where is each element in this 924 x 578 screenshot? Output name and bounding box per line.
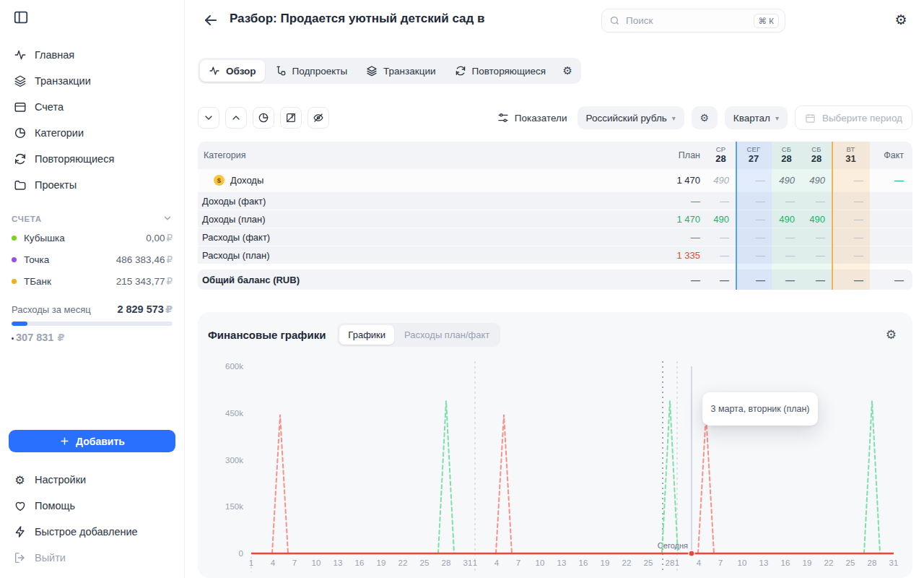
wallet-icon xyxy=(13,100,27,114)
day-cell: — xyxy=(772,232,801,243)
sidebar-item-projects[interactable]: Проекты xyxy=(6,172,178,198)
period-select[interactable]: Квартал▾ xyxy=(725,106,788,129)
hide-board-toggle-button[interactable] xyxy=(280,107,302,129)
series-spike-Доходы (план) xyxy=(864,400,880,553)
sidebar-toggle-icon[interactable] xyxy=(13,9,29,25)
sidebar-item-label: Помощь xyxy=(35,500,75,512)
x-tick-label: 10 xyxy=(738,558,747,567)
tab-transactions[interactable]: Транзакции xyxy=(357,60,444,82)
pie-chart-toggle-button[interactable] xyxy=(253,107,274,129)
tab-overview[interactable]: Обзор xyxy=(200,60,265,82)
branch-icon xyxy=(275,65,287,77)
metrics-button[interactable]: Показатели xyxy=(497,112,567,124)
search-box[interactable]: ⌘ К xyxy=(601,9,785,33)
sidebar-nav: ГлавнаяТранзакцииСчетаКатегорииПовторяющ… xyxy=(6,42,178,198)
column-header-day: СБ28 xyxy=(801,146,832,165)
row-category-cell: Расходы (план) xyxy=(198,250,662,261)
x-tick-label: 10 xyxy=(312,558,321,567)
sidebar-item-label: Категории xyxy=(35,127,84,139)
account-item[interactable]: Точка486 383,46₽ xyxy=(12,249,173,270)
expand-rows-button[interactable] xyxy=(225,107,247,129)
sidebar-item-settings[interactable]: ⚙Настройки xyxy=(6,467,178,493)
sidebar-item-logout[interactable]: Выйти xyxy=(6,545,178,571)
sidebar-item-home[interactable]: Главная xyxy=(6,42,178,68)
sidebar-item-transactions[interactable]: Транзакции xyxy=(6,68,178,94)
day-cell: — xyxy=(801,196,832,207)
x-tick-label: 7 xyxy=(718,558,723,567)
chevron-down-icon: ▾ xyxy=(672,114,676,122)
x-tick-label: 10 xyxy=(536,558,545,567)
account-name: ТБанк xyxy=(24,276,116,287)
row-category-cell: Доходы (план) xyxy=(198,214,662,225)
app-root: ГлавнаяТранзакцииСчетаКатегорииПовторяющ… xyxy=(0,0,924,578)
row-label: Доходы (факт) xyxy=(202,196,266,207)
date-range-picker[interactable]: Выберите период xyxy=(795,105,912,130)
day-cell: — xyxy=(772,275,801,285)
x-tick-label: 25 xyxy=(644,558,653,567)
back-icon[interactable] xyxy=(202,12,219,29)
plan-cell: 1 470 xyxy=(662,175,706,186)
add-button[interactable]: Добавить xyxy=(9,430,175,452)
table-row[interactable]: $Доходы1 470490—490490—— xyxy=(198,169,912,191)
table-settings-gear-icon[interactable]: ⚙ xyxy=(692,106,718,129)
search-input[interactable] xyxy=(626,15,748,26)
sidebar-item-recurring[interactable]: Повторяющиеся xyxy=(6,146,178,172)
sidebar-item-label: Быстрое добавление xyxy=(35,526,138,538)
account-item[interactable]: ТБанк215 343,77₽ xyxy=(12,270,173,292)
sidebar-item-quick-add[interactable]: Быстрое добавление xyxy=(6,519,178,545)
collapse-rows-button[interactable] xyxy=(198,107,219,129)
account-name: Кубышка xyxy=(24,233,146,243)
table-row[interactable]: Расходы (факт)—————— xyxy=(198,228,912,246)
charts-settings-gear-icon[interactable]: ⚙ xyxy=(886,327,897,342)
day-cell: — xyxy=(772,196,801,207)
y-tick-label: 600k xyxy=(225,362,243,371)
x-tick-label: 7 xyxy=(516,558,520,567)
column-header-fact: Факт xyxy=(870,150,912,160)
account-item[interactable]: Кубышка0,00₽ xyxy=(12,227,173,249)
pulse-icon xyxy=(13,48,27,62)
sidebar-item-help[interactable]: Помощь xyxy=(6,493,178,519)
budget-table: КатегорияПланСР28СЕГ27СБ28СБ28ВТ31Факт$Д… xyxy=(198,142,912,290)
day-cell: — xyxy=(736,214,772,225)
day-cell: — xyxy=(801,250,832,261)
heart-icon xyxy=(13,499,27,513)
table-row[interactable]: Общий баланс (RUB)——————— xyxy=(198,269,912,290)
tab-subprojects[interactable]: Подпроекты xyxy=(266,60,357,82)
toolbar: Показатели Российский рубль▾ ⚙ Квартал▾ … xyxy=(198,105,912,130)
row-category-cell: Расходы (факт) xyxy=(198,232,662,243)
search-icon xyxy=(609,15,620,26)
page-title: Разбор: Продается уютный детский сад в xyxy=(230,12,485,26)
plan-cell: 1 470 xyxy=(662,214,706,225)
layers-icon xyxy=(366,65,378,77)
accounts-collapse-icon[interactable] xyxy=(162,213,173,225)
x-tick-label: 22 xyxy=(398,558,408,567)
charts-mode-switch: ГрафикиРасходы план/факт xyxy=(337,323,500,347)
series-spike-Расходы (план) xyxy=(272,415,288,553)
sidebar-item-accounts[interactable]: Счета xyxy=(6,94,178,120)
tab-recurring[interactable]: Повторяющиеся xyxy=(446,60,555,82)
table-row[interactable]: Расходы (план)1 335————— xyxy=(198,246,912,264)
tabbar-gear-icon[interactable]: ⚙ xyxy=(556,60,579,82)
hide-hidden-toggle-button[interactable] xyxy=(308,107,329,129)
currency-select[interactable]: Российский рубль▾ xyxy=(578,106,684,129)
row-label: Доходы xyxy=(230,175,263,186)
sidebar-item-categories[interactable]: Категории xyxy=(6,120,178,146)
day-cell: — xyxy=(801,275,832,285)
table-row[interactable]: Доходы (факт)—————— xyxy=(198,191,912,210)
tab-label: Повторяющиеся xyxy=(472,66,546,77)
account-color-dot xyxy=(12,257,17,262)
day-cell: — xyxy=(772,250,801,261)
settings-gear-icon[interactable]: ⚙ xyxy=(892,10,910,29)
x-tick-label: 16 xyxy=(579,558,588,567)
charts-mode-tab-0[interactable]: Графики xyxy=(339,325,394,345)
x-tick-label: 1 xyxy=(249,558,253,567)
charts-mode-tab-1[interactable]: Расходы план/факт xyxy=(396,325,498,345)
day-cell: 490 xyxy=(801,175,832,186)
series-spike-Доходы (план) xyxy=(662,400,678,553)
fact-cell: — xyxy=(870,175,912,186)
day-cell: 490 xyxy=(706,175,736,186)
column-header-plan: План xyxy=(662,150,706,160)
x-tick-label: 13 xyxy=(759,558,769,567)
table-row[interactable]: Доходы (план)1 470490—490490— xyxy=(198,210,912,228)
day-cell: — xyxy=(801,232,832,243)
